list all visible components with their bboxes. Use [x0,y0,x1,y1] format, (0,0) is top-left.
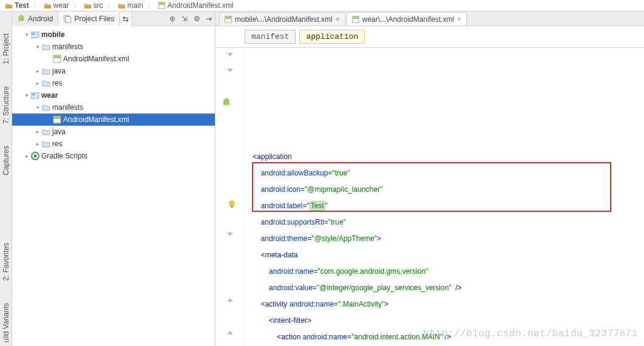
tree-row[interactable]: AndroidManifest.xml [12,114,215,126]
gutter [215,48,245,346]
code-editor[interactable]: http://blog.csdn.net/baidu_32377671 <app… [215,48,644,346]
code-line[interactable]: <meta-data [245,247,644,263]
breadcrumb-item[interactable]: AndroidManifest.xml [155,1,236,10]
svg-point-3 [22,17,22,18]
expand-arrow-icon[interactable]: ▾ [34,41,41,53]
breadcrumb-label: main [127,1,143,10]
breadcrumb-item[interactable]: wear [41,1,72,10]
code-line[interactable]: android:supportsRtl="true" [245,214,644,231]
collapse-all-button[interactable]: ⊕ [166,12,178,26]
code-content[interactable]: http://blog.csdn.net/baidu_32377671 <app… [245,48,644,346]
tree-row[interactable]: ▸res [12,77,215,89]
crumb-application[interactable]: application [299,30,365,44]
svg-point-20 [229,200,235,206]
tree-row[interactable]: AndroidManifest.xml [12,53,215,65]
tree-row[interactable]: ▸res [12,138,215,150]
tree-row[interactable]: ▸java [12,65,215,77]
expand-arrow-icon[interactable]: ▸ [34,126,41,138]
expand-arrow-icon[interactable]: ▸ [34,77,41,89]
bulb-icon[interactable] [228,200,236,208]
gear-icon: ⚙ [194,15,200,23]
tree-label: res [51,77,63,89]
tree-row[interactable]: ▾mobile [12,29,215,41]
gradle-icon [30,152,40,160]
fold-handle-icon[interactable] [227,69,233,75]
fold-handle-icon[interactable] [227,53,233,59]
code-line[interactable]: android:value="@integer/google_play_serv… [245,280,644,296]
fold-handle-icon[interactable] [227,298,233,304]
editor-tab-label: mobile\...\AndroidManifest.xml [235,15,333,24]
code-line[interactable]: <intent-filter> [245,313,644,329]
tree-label: Gradle Scripts [40,150,87,162]
tool-window-favorites[interactable]: 2: Favorites [2,239,10,285]
tree-label: mobile [40,29,65,41]
files-icon [63,15,72,23]
svg-point-2 [20,17,21,18]
code-line[interactable]: <action android:name="android.intent.act… [245,329,644,345]
code-line[interactable]: <application [245,149,644,165]
tool-window-project[interactable]: 1: Project [2,30,10,68]
tab-more[interactable]: ⇆ [120,12,132,26]
android-icon [17,15,25,23]
xml-file-icon [158,2,166,9]
editor-tab[interactable]: mobile\...\AndroidManifest.xml × [219,12,345,25]
code-line[interactable] [245,132,644,149]
svg-rect-7 [32,33,35,35]
tree-row[interactable]: ▾manifests [12,41,215,53]
close-icon[interactable]: × [457,15,461,24]
folder-icon [41,104,51,111]
expand-arrow-icon[interactable]: ▸ [34,138,41,150]
folder-icon [41,140,51,148]
fold-handle-icon[interactable] [227,331,233,337]
expand-arrow-icon[interactable]: ▾ [34,101,41,114]
hide-button[interactable]: ⇥ [203,12,215,26]
expand-arrow-icon[interactable]: ▸ [23,150,30,162]
tab-android[interactable]: Android [12,12,58,26]
breadcrumb: Test 〉 wear 〉 src 〉 main 〉 AndroidManife… [0,0,644,12]
close-icon[interactable]: × [336,15,340,24]
code-line[interactable]: android:theme="@style/AppTheme"> [245,231,644,247]
tab-project-files[interactable]: Project Files [58,12,120,26]
android-run-icon[interactable] [222,98,231,107]
breadcrumb-label: AndroidManifest.xml [168,1,234,10]
code-line[interactable]: android:allowBackup="true" [245,165,644,181]
breadcrumb-label: wear [53,1,69,10]
tree-label: res [51,138,63,150]
code-line[interactable]: android:label="Test" [245,198,644,214]
xml-icon [52,115,62,124]
tree-row[interactable]: ▾wear [12,89,215,101]
tree-row[interactable]: ▸Gradle Scripts [12,150,215,162]
fold-handle-icon[interactable] [227,232,233,239]
code-line[interactable]: android:icon="@mipmap/ic_launcher" [245,181,644,198]
crumb-manifest[interactable]: manifest [245,30,296,44]
code-line[interactable]: <activity android:name=".MainActivity"> [245,296,644,313]
svg-rect-21 [231,206,233,208]
editor-area: mobile\...\AndroidManifest.xml × wear\..… [215,12,644,346]
code-line[interactable]: android:name="com.google.android.gms.ver… [245,263,644,280]
tree-row[interactable]: ▾manifests [12,101,215,114]
editor-tab[interactable]: wear\...\AndroidManifest.xml × [347,12,467,25]
breadcrumb-item[interactable]: main [115,1,146,10]
settings-button[interactable]: ⚙ [191,12,203,26]
tool-window-label: 2: Favorites [2,243,10,281]
expand-arrow-icon[interactable]: ▾ [23,29,30,41]
breadcrumb-item[interactable]: src [81,1,106,10]
tool-window-structure[interactable]: 7: Structure [2,83,10,127]
breadcrumb-label: src [93,1,103,10]
tool-window-captures[interactable]: Captures [2,142,10,179]
editor-tab-label: wear\...\AndroidManifest.xml [362,15,454,24]
breadcrumb-label: Test [15,1,29,10]
tool-window-label: 1: Project [2,33,10,64]
svg-rect-17 [225,16,231,19]
project-tree[interactable]: ▾mobile▾manifestsAndroidManifest.xml▸jav… [12,26,215,346]
expand-button[interactable]: ⇲ [178,12,191,26]
module-icon [30,31,40,38]
tool-window-strip: 1: Project 7: Structure Captures 2: Favo… [0,12,12,346]
expand-arrow-icon[interactable]: ▾ [23,89,30,101]
breadcrumb-item[interactable]: Test [2,1,32,10]
tree-row[interactable]: ▸java [12,126,215,138]
expand-arrow-icon[interactable]: ▸ [34,65,41,77]
xml-icon [52,55,62,63]
chevron-right-icon: 〉 [146,1,155,11]
tool-window-variants[interactable]: uild Variants [2,299,10,346]
